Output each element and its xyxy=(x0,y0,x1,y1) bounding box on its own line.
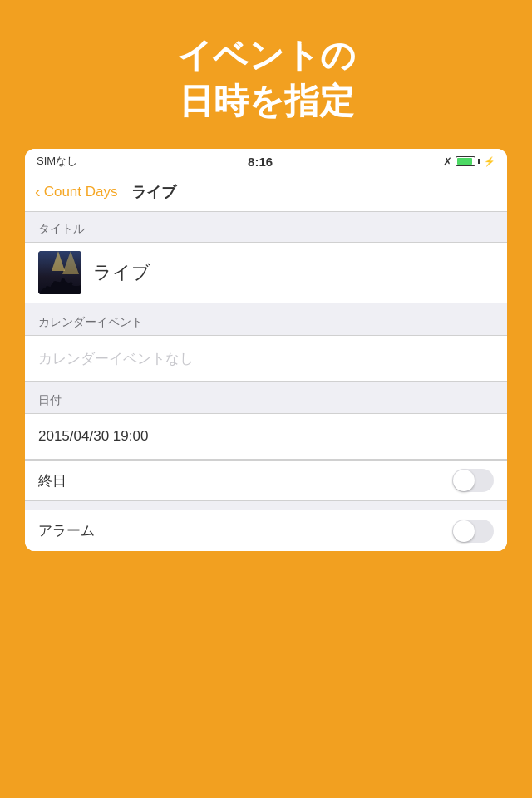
content-area: タイトル ライブ xyxy=(25,212,507,551)
calendar-section-header: カレンダーイベント xyxy=(25,305,507,335)
crowd-silhouette xyxy=(38,271,81,295)
date-section-header: 日付 xyxy=(25,383,507,413)
back-label: Count Days xyxy=(44,184,118,200)
event-image-inner xyxy=(38,251,81,294)
event-title-text: ライブ xyxy=(93,260,150,285)
event-title-row[interactable]: ライブ xyxy=(25,242,507,303)
date-row[interactable]: 2015/04/30 19:00 xyxy=(25,413,507,460)
alarm-row[interactable]: アラーム xyxy=(25,510,507,551)
allday-label: 終日 xyxy=(38,471,66,490)
svg-point-3 xyxy=(69,282,72,285)
allday-toggle[interactable] xyxy=(452,469,494,492)
back-button[interactable]: ‹ Count Days xyxy=(35,182,118,201)
allday-toggle-row[interactable]: 終日 xyxy=(25,460,507,501)
status-bar: SIMなし 8:16 ✗ ⚡ xyxy=(25,149,507,172)
bluetooth-icon: ✗ xyxy=(443,155,452,168)
svg-point-1 xyxy=(53,281,57,285)
time-label: 8:16 xyxy=(248,155,273,169)
svg-point-2 xyxy=(61,278,65,283)
nav-bar: ‹ Count Days ライブ xyxy=(25,172,507,212)
alarm-toggle-knob xyxy=(453,520,475,542)
alarm-label: アラーム xyxy=(38,521,95,540)
page-title: ライブ xyxy=(131,182,176,202)
alarm-toggle[interactable] xyxy=(452,520,494,543)
battery-tip xyxy=(478,159,480,164)
charging-icon: ⚡ xyxy=(484,156,495,167)
section-gap xyxy=(25,501,507,510)
battery-icon xyxy=(456,156,480,166)
calendar-placeholder: カレンダーイベントなし xyxy=(38,349,194,368)
toggle-knob xyxy=(453,470,475,491)
phone-frame: SIMなし 8:16 ✗ ⚡ ‹ Count Days ライブ タイトル xyxy=(25,149,507,551)
svg-point-0 xyxy=(46,286,49,289)
battery-fill xyxy=(457,158,472,165)
battery-body xyxy=(456,156,475,166)
title-section-header: タイトル xyxy=(25,212,507,242)
date-value: 2015/04/30 19:00 xyxy=(38,428,148,445)
app-header: イベントの 日時を指定 xyxy=(0,0,532,149)
app-header-title: イベントの 日時を指定 xyxy=(17,33,515,124)
carrier-label: SIMなし xyxy=(37,154,77,169)
calendar-event-row[interactable]: カレンダーイベントなし xyxy=(25,335,507,382)
status-right: ✗ ⚡ xyxy=(443,155,495,168)
event-image xyxy=(38,251,81,294)
back-chevron-icon: ‹ xyxy=(35,182,41,201)
